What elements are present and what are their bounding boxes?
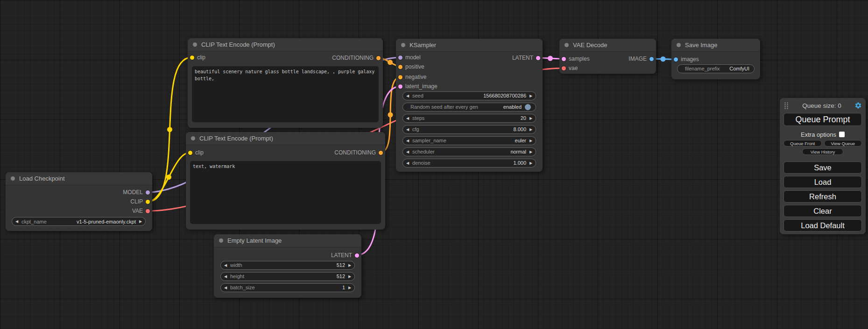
height-widget[interactable]: ◀ height 512 ▶ bbox=[220, 272, 355, 281]
collapse-dot-icon[interactable] bbox=[565, 43, 569, 47]
queue-front-button[interactable]: Queue Front bbox=[783, 140, 822, 147]
node-load-checkpoint[interactable]: Load Checkpoint MODEL CLIP VAE ◀ ckpt_na… bbox=[6, 172, 152, 231]
model-port-icon[interactable] bbox=[398, 56, 402, 60]
node-save-image[interactable]: Save Image images filename_prefix ComfyU… bbox=[671, 39, 760, 79]
sampler-name-widget[interactable]: ◀ sampler_name euler ▶ bbox=[402, 136, 536, 145]
seed-widget[interactable]: ◀ seed 156680208700286 ▶ bbox=[402, 91, 536, 100]
cfg-widget[interactable]: ◀ cfg 8.000 ▶ bbox=[402, 125, 536, 134]
arrow-right-icon[interactable]: ▶ bbox=[526, 150, 536, 154]
vae-port-icon[interactable] bbox=[146, 209, 150, 213]
model-port-icon[interactable] bbox=[146, 190, 150, 195]
node-clip-text-encode-negative[interactable]: CLIP Text Encode (Prompt) clip CONDITION… bbox=[186, 132, 385, 230]
gear-icon[interactable] bbox=[854, 102, 862, 109]
widget-value[interactable]: euler bbox=[446, 138, 526, 143]
arrow-right-icon[interactable]: ▶ bbox=[345, 286, 354, 290]
positive-prompt-textarea[interactable]: beautiful scenery nature glass bottle la… bbox=[192, 66, 379, 122]
image-port-icon[interactable] bbox=[674, 57, 678, 62]
view-history-button[interactable]: View History bbox=[802, 148, 843, 155]
collapse-dot-icon[interactable] bbox=[11, 176, 15, 181]
arrow-right-icon[interactable]: ▶ bbox=[345, 274, 354, 279]
widget-value[interactable]: v1-5-pruned-emaonly.ckpt bbox=[47, 219, 136, 224]
image-port-icon[interactable] bbox=[649, 57, 654, 61]
random-seed-toggle-widget[interactable]: Random seed after every gen enabled bbox=[402, 103, 536, 112]
arrow-left-icon[interactable]: ◀ bbox=[403, 139, 412, 143]
widget-value[interactable]: 8.000 bbox=[419, 126, 526, 132]
input-slot-vae[interactable]: vae bbox=[562, 63, 578, 73]
width-widget[interactable]: ◀ width 512 ▶ bbox=[220, 261, 355, 270]
output-slot-conditioning[interactable]: CONDITIONING bbox=[332, 53, 381, 63]
collapse-dot-icon[interactable] bbox=[219, 238, 223, 243]
widget-value[interactable]: 512 bbox=[242, 262, 345, 268]
node-vae-decode[interactable]: VAE Decode samples vae IMAGE bbox=[559, 39, 656, 74]
drag-handle-icon[interactable] bbox=[783, 102, 789, 109]
input-slot-model[interactable]: model bbox=[398, 53, 421, 62]
output-slot-vae[interactable]: VAE bbox=[132, 206, 150, 216]
clear-button[interactable]: Clear bbox=[783, 205, 862, 217]
conditioning-port-icon[interactable] bbox=[376, 56, 381, 60]
clip-port-icon[interactable] bbox=[190, 56, 194, 60]
widget-value[interactable]: 1.000 bbox=[430, 160, 526, 166]
collapse-dot-icon[interactable] bbox=[193, 42, 197, 47]
arrow-left-icon[interactable]: ◀ bbox=[403, 94, 412, 98]
widget-value[interactable]: 512 bbox=[244, 273, 345, 279]
toggle-dot-icon[interactable] bbox=[525, 104, 531, 110]
arrow-right-icon[interactable]: ▶ bbox=[136, 219, 145, 224]
arrow-right-icon[interactable]: ▶ bbox=[526, 116, 536, 120]
input-slot-positive[interactable]: positive bbox=[398, 62, 424, 71]
queue-prompt-button[interactable]: Queue Prompt bbox=[783, 113, 862, 126]
load-default-button[interactable]: Load Default bbox=[783, 219, 862, 231]
arrow-left-icon[interactable]: ◀ bbox=[221, 274, 230, 279]
latent-port-icon[interactable] bbox=[562, 57, 566, 61]
input-slot-negative[interactable]: negative bbox=[398, 72, 426, 82]
widget-value[interactable]: 156680208700286 bbox=[423, 93, 526, 98]
arrow-right-icon[interactable]: ▶ bbox=[526, 94, 536, 98]
clip-port-icon[interactable] bbox=[188, 151, 192, 155]
arrow-left-icon[interactable]: ◀ bbox=[403, 161, 412, 165]
output-slot-model[interactable]: MODEL bbox=[123, 188, 150, 197]
view-queue-button[interactable]: View Queue bbox=[824, 140, 862, 147]
collapse-dot-icon[interactable] bbox=[191, 136, 195, 140]
scheduler-widget[interactable]: ◀ scheduler normal ▶ bbox=[402, 147, 536, 156]
latent-port-icon[interactable] bbox=[536, 56, 540, 60]
input-slot-samples[interactable]: samples bbox=[562, 54, 590, 63]
node-clip-text-encode-positive[interactable]: CLIP Text Encode (Prompt) clip CONDITION… bbox=[188, 38, 383, 128]
widget-value[interactable]: 20 bbox=[424, 115, 526, 121]
ckpt-name-widget[interactable]: ◀ ckpt_name v1-5-pruned-emaonly.ckpt ▶ bbox=[12, 217, 146, 226]
arrow-left-icon[interactable]: ◀ bbox=[403, 127, 412, 132]
arrow-right-icon[interactable]: ▶ bbox=[526, 139, 536, 143]
widget-value[interactable]: ComfyUI bbox=[720, 66, 749, 71]
output-slot-latent[interactable]: LATENT bbox=[512, 53, 540, 63]
widget-value[interactable]: normal bbox=[435, 149, 526, 154]
conditioning-port-icon[interactable] bbox=[398, 65, 402, 69]
latent-port-icon[interactable] bbox=[398, 84, 402, 89]
load-button[interactable]: Load bbox=[783, 176, 862, 188]
vae-port-icon[interactable] bbox=[562, 66, 566, 70]
collapse-dot-icon[interactable] bbox=[401, 43, 405, 47]
output-slot-image[interactable]: IMAGE bbox=[628, 54, 654, 63]
input-slot-clip[interactable]: clip bbox=[188, 148, 204, 157]
output-slot-conditioning[interactable]: CONDITIONING bbox=[334, 148, 383, 157]
arrow-left-icon[interactable]: ◀ bbox=[221, 286, 230, 290]
arrow-left-icon[interactable]: ◀ bbox=[221, 263, 230, 267]
output-slot-latent[interactable]: LATENT bbox=[331, 251, 359, 260]
input-slot-images[interactable]: images bbox=[674, 55, 699, 64]
latent-port-icon[interactable] bbox=[355, 253, 359, 258]
filename-prefix-widget[interactable]: filename_prefix ComfyUI bbox=[677, 64, 755, 73]
node-empty-latent-image[interactable]: Empty Latent Image LATENT ◀ width 512 ▶ … bbox=[214, 234, 361, 298]
negative-prompt-textarea[interactable]: text, watermark bbox=[190, 161, 381, 224]
save-button[interactable]: Save bbox=[783, 161, 862, 174]
conditioning-port-icon[interactable] bbox=[398, 75, 402, 79]
comfyui-canvas[interactable]: { "colors": { "MODEL": "#B39DDB", "CLIP"… bbox=[0, 0, 868, 329]
arrow-right-icon[interactable]: ▶ bbox=[526, 161, 536, 165]
denoise-widget[interactable]: ◀ denoise 1.000 ▶ bbox=[402, 159, 536, 168]
arrow-left-icon[interactable]: ◀ bbox=[403, 116, 412, 120]
node-ksampler[interactable]: KSampler model positive negative latent_… bbox=[396, 39, 543, 172]
output-slot-clip[interactable]: CLIP bbox=[130, 197, 150, 206]
steps-widget[interactable]: ◀ steps 20 ▶ bbox=[402, 114, 536, 123]
refresh-button[interactable]: Refresh bbox=[783, 190, 862, 203]
clip-port-icon[interactable] bbox=[146, 200, 150, 204]
arrow-left-icon[interactable]: ◀ bbox=[403, 150, 412, 154]
extra-options-checkbox[interactable] bbox=[839, 132, 845, 137]
widget-value[interactable]: 1 bbox=[255, 285, 345, 290]
arrow-right-icon[interactable]: ▶ bbox=[526, 127, 536, 132]
